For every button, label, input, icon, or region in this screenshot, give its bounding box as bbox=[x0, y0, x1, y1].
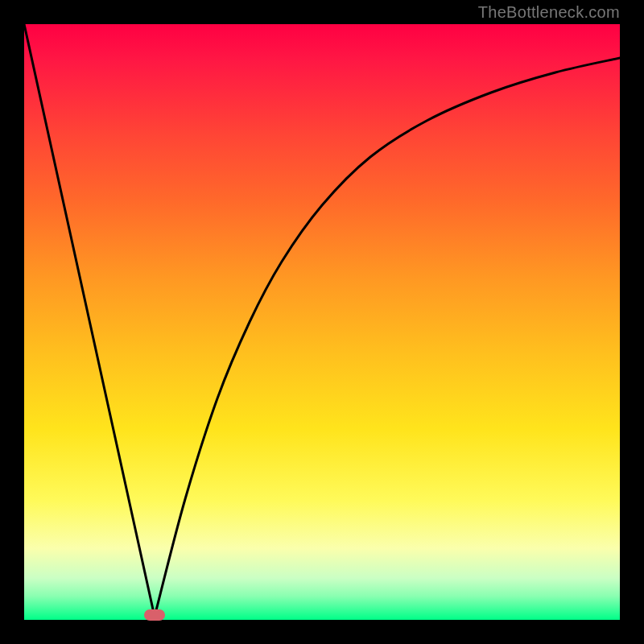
plot-area bbox=[24, 24, 620, 620]
chart-frame: TheBottleneck.com bbox=[0, 0, 644, 644]
watermark-label: TheBottleneck.com bbox=[478, 3, 620, 22]
bottleneck-marker bbox=[144, 609, 165, 621]
bottleneck-curve bbox=[24, 24, 620, 620]
